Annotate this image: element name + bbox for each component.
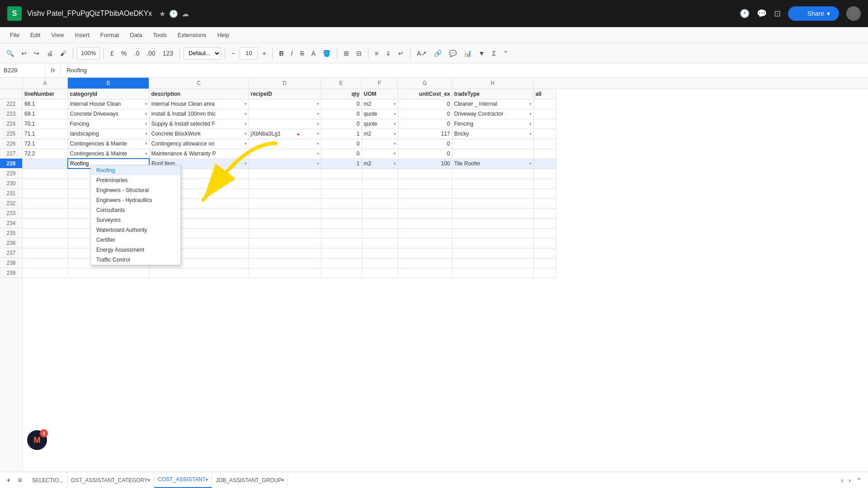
font-select[interactable]: Defaul... (184, 47, 221, 60)
tab-cost-assistant[interactable]: COST_ASSISTANT ▾ (154, 472, 212, 488)
decimal-inc-btn[interactable]: .00 (144, 48, 158, 59)
cell-239-c[interactable] (149, 268, 249, 278)
strikethrough-btn[interactable]: S (297, 48, 307, 59)
cell-223-b[interactable]: Concrete Driveways▾ (68, 109, 149, 119)
cell-230-g[interactable] (398, 178, 452, 188)
cell-225-c-dropdown[interactable]: ▾ (245, 131, 247, 136)
cell-224-d[interactable]: ▾ (249, 119, 321, 129)
cell-239-a[interactable] (23, 268, 68, 278)
cell-239-d[interactable] (249, 268, 321, 278)
cell-225-g[interactable]: 117 (398, 129, 452, 139)
cell-226-i[interactable] (533, 139, 556, 149)
cell-238-g[interactable] (398, 258, 452, 268)
cloud-icon[interactable]: ☁ (182, 9, 189, 18)
chart-btn[interactable]: 📊 (461, 48, 474, 59)
row-num-224[interactable]: 224 (0, 119, 22, 129)
cell-226-f-dropdown[interactable]: ▾ (394, 141, 396, 146)
tab-nav-next[interactable]: › (846, 475, 854, 486)
cell-227-g[interactable]: 0 (398, 149, 452, 159)
tab-job-dropdown[interactable]: ▾ (282, 478, 284, 483)
cell-224-d-dropdown[interactable]: ▾ (317, 122, 319, 126)
row-num-233[interactable]: 233 (0, 208, 22, 218)
cell-231-d[interactable] (249, 188, 321, 198)
cell-222-g[interactable]: 0 (398, 99, 452, 109)
expand-btn[interactable]: ⌃ (500, 48, 511, 59)
cell-238-e[interactable] (321, 258, 362, 268)
cell-233-a[interactable] (23, 208, 68, 218)
cell-235-d[interactable] (249, 228, 321, 238)
cell-222-i[interactable] (533, 99, 556, 109)
cell-222-b-dropdown[interactable]: ▾ (145, 102, 147, 106)
cell-226-c-dropdown[interactable]: ▾ (245, 141, 247, 146)
cell-225-i[interactable] (533, 129, 556, 139)
undo-btn[interactable]: ↩ (19, 48, 29, 59)
cell-227-c-dropdown[interactable]: ▾ (245, 151, 247, 156)
cell-222-b[interactable]: Internal House Clean▾ (68, 99, 149, 109)
cell-228-h-dropdown[interactable]: ▾ (529, 161, 532, 166)
cell-236-d[interactable] (249, 238, 321, 248)
cell-226-a[interactable]: 72.1 (23, 139, 68, 149)
cell-223-b-dropdown[interactable]: ▾ (145, 112, 147, 116)
cell-232-a[interactable] (23, 198, 68, 208)
col-header-c[interactable]: C (149, 78, 249, 89)
cell-229-g[interactable] (398, 169, 452, 178)
menu-data[interactable]: Data (125, 30, 146, 40)
cell-227-h[interactable] (452, 149, 533, 159)
cell-223-f[interactable]: quote▾ (362, 109, 398, 119)
col-header-g[interactable]: G (398, 78, 452, 89)
cell-233-e[interactable] (321, 208, 362, 218)
cell-225-b[interactable]: landscaping▾ (68, 129, 149, 139)
cell-231-a[interactable] (23, 188, 68, 198)
cell-227-e[interactable]: 0 (321, 149, 362, 159)
cell-223-c[interactable]: Install & Install 100mm thic▾ (149, 109, 249, 119)
cell-223-a[interactable]: 69.1 (23, 109, 68, 119)
cell-228-d-dropdown[interactable]: ▾ (317, 161, 319, 166)
cell-233-d[interactable] (249, 208, 321, 218)
cell-224-e[interactable]: 0 (321, 119, 362, 129)
cell-233-f[interactable] (362, 208, 398, 218)
tab-job-assistant-group[interactable]: JOB_ASSISTANT_GROUP ▾ (212, 472, 288, 488)
cell-224-c[interactable]: Supply & Install selected F▾ (149, 119, 249, 129)
cell-224-i[interactable] (533, 119, 556, 129)
cell-223-f-dropdown[interactable]: ▾ (394, 112, 396, 116)
cell-231-h[interactable] (452, 188, 533, 198)
zoom-display[interactable]: 100% (77, 47, 100, 60)
cell-237-f[interactable] (362, 248, 398, 258)
cell-236-g[interactable] (398, 238, 452, 248)
menu-edit[interactable]: Edit (26, 30, 45, 40)
cell-234-i[interactable] (533, 218, 556, 228)
cell-226-h[interactable] (452, 139, 533, 149)
cell-225-f-dropdown[interactable]: ▾ (394, 131, 396, 136)
share-button[interactable]: 👤 Share ▾ (788, 6, 839, 21)
cell-223-i[interactable] (533, 109, 556, 119)
cell-228-e[interactable]: 1 (321, 159, 362, 169)
cell-223-h[interactable]: Driveway Contractor▾ (452, 109, 533, 119)
sheet-menu-btn[interactable]: ≡ (15, 474, 24, 486)
row-num-229[interactable]: 229 (0, 169, 22, 178)
cell-227-f[interactable]: ▾ (362, 149, 398, 159)
row-num-225[interactable]: 225 (0, 129, 22, 139)
row-num-232[interactable]: 232 (0, 198, 22, 208)
font-size-display[interactable]: 10 (240, 47, 258, 60)
cell-222-c-dropdown[interactable]: ▾ (245, 102, 247, 106)
cell-231-f[interactable] (362, 188, 398, 198)
cell-223-g[interactable]: 0 (398, 109, 452, 119)
cell-225-d-dropdown[interactable]: ▾ (317, 131, 319, 136)
cell-229-a[interactable] (23, 169, 68, 178)
cell-235-h[interactable] (452, 228, 533, 238)
cell-229-i[interactable] (533, 169, 556, 178)
autocomplete-item-engineers-structural[interactable]: Engineers - Structural (91, 185, 180, 195)
cell-234-f[interactable] (362, 218, 398, 228)
history-btn[interactable]: 🕐 (740, 9, 750, 19)
cell-227-b-dropdown[interactable]: ▾ (145, 151, 147, 156)
cell-237-g[interactable] (398, 248, 452, 258)
function-btn[interactable]: Σ (489, 48, 499, 59)
comment-btn[interactable]: 💬 (757, 9, 767, 19)
text-color-btn[interactable]: A (309, 48, 318, 59)
cell-237-h[interactable] (452, 248, 533, 258)
row-num-223[interactable]: 223 (0, 109, 22, 119)
autocomplete-item-preliminaries[interactable]: Preliminaries (91, 175, 180, 185)
cell-223-h-dropdown[interactable]: ▾ (529, 112, 532, 116)
cell-230-i[interactable] (533, 178, 556, 188)
row-num-226[interactable]: 226 (0, 139, 22, 149)
